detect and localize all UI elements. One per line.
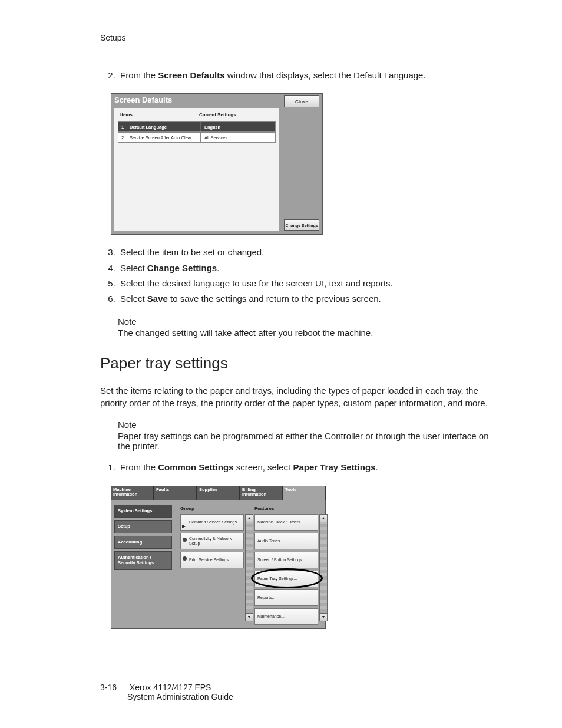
tab-supplies[interactable]: Supplies bbox=[197, 486, 240, 500]
list-item[interactable]: Screen / Button Settings... bbox=[254, 552, 318, 568]
step-3: Select the item to be set or changed. bbox=[118, 246, 497, 258]
group-list: ▶Common Service Settings Connectivity & … bbox=[180, 514, 244, 620]
bullet-icon bbox=[183, 556, 187, 561]
list-item[interactable]: Connectivity & Network Setup bbox=[180, 533, 244, 549]
table-row[interactable]: 1 Default Language English bbox=[118, 121, 276, 132]
note-block: Note Paper tray settings can be programm… bbox=[118, 420, 497, 451]
sidebar: System Settings Setup Accounting Authent… bbox=[114, 505, 172, 572]
intro-paragraph: Set the items relating to the paper and … bbox=[100, 384, 497, 409]
step-6: Select Save to save the settings and ret… bbox=[118, 293, 497, 305]
column-header-current: Current Settings bbox=[199, 112, 236, 117]
scroll-up-icon[interactable]: ▲ bbox=[245, 514, 253, 522]
features-list: Machine Clock / Timers... Audio Tones...… bbox=[254, 514, 318, 620]
change-settings-button[interactable]: Change Settings bbox=[284, 219, 319, 231]
sidebar-item-auth-security[interactable]: Authentication / Security Settings bbox=[114, 551, 172, 569]
scrollbar-track bbox=[319, 522, 328, 613]
screenshot-screen-defaults: Screen Defaults Close Items Current Sett… bbox=[111, 93, 323, 235]
step-4: Select Change Settings. bbox=[118, 262, 497, 274]
table-row[interactable]: 2 Service Screen After Auto Clear All Se… bbox=[118, 132, 276, 143]
tab-bar: Machine Information Faults Supplies Bill… bbox=[111, 486, 326, 500]
note-block: Note The changed setting will take affec… bbox=[118, 317, 497, 338]
column-header-items: Items bbox=[120, 112, 133, 117]
column-header-group: Group bbox=[180, 506, 194, 511]
column-header-features: Features bbox=[254, 506, 274, 511]
step-5: Select the desired language to use for t… bbox=[118, 278, 497, 289]
bullet-icon bbox=[183, 538, 187, 542]
tab-tools[interactable]: Tools bbox=[283, 486, 326, 500]
list-item[interactable]: Audio Tones... bbox=[254, 533, 318, 549]
tab-billing[interactable]: Billing Information bbox=[240, 486, 283, 500]
scrollbar-track bbox=[245, 522, 253, 613]
list-item-paper-tray[interactable]: Paper Tray Settings... bbox=[254, 571, 318, 587]
step-b1: From the Common Settings screen, select … bbox=[118, 462, 497, 473]
screenshot-paper-tray: Machine Information Faults Supplies Bill… bbox=[111, 486, 326, 629]
sidebar-item-accounting[interactable]: Accounting bbox=[114, 536, 172, 549]
scroll-down-icon[interactable]: ▼ bbox=[245, 613, 253, 621]
settings-panel: Items Current Settings 1 Default Languag… bbox=[114, 108, 279, 231]
tab-machine-info[interactable]: Machine Information bbox=[111, 486, 154, 500]
list-item[interactable]: Print Service Settings bbox=[180, 552, 244, 568]
scroll-down-icon[interactable]: ▼ bbox=[319, 613, 328, 621]
sidebar-item-setup[interactable]: Setup bbox=[114, 520, 172, 533]
close-button[interactable]: Close bbox=[284, 95, 319, 107]
sidebar-item-system-settings[interactable]: System Settings bbox=[114, 505, 172, 518]
list-item[interactable]: Machine Clock / Timers... bbox=[254, 514, 318, 531]
tab-faults[interactable]: Faults bbox=[154, 486, 197, 500]
list-item[interactable]: ▶Common Service Settings bbox=[180, 514, 244, 531]
step-2: From the Screen Defaults window that dis… bbox=[118, 70, 497, 81]
arrow-icon: ▶ bbox=[182, 524, 186, 529]
page-header: Setups bbox=[100, 33, 497, 42]
window-title: Screen Defaults bbox=[114, 95, 172, 104]
scroll-up-icon[interactable]: ▲ bbox=[319, 514, 328, 522]
list-item[interactable]: Maintenance... bbox=[254, 608, 318, 625]
list-item[interactable]: Reports... bbox=[254, 589, 318, 606]
section-heading-paper-tray: Paper tray settings bbox=[100, 354, 497, 373]
